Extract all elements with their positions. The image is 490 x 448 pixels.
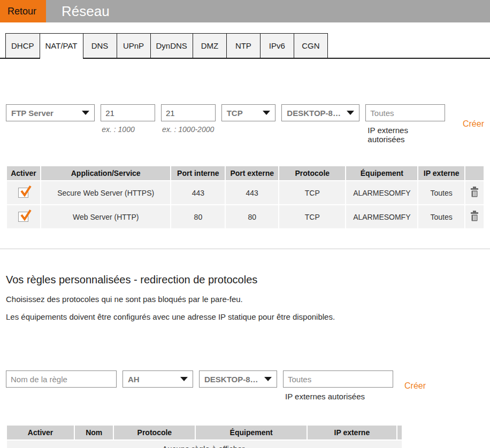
nat-pat-panel: FTP Server ex. : 1000 ex. : 1000-2000 TC… xyxy=(0,104,490,448)
rule-enabled-checkbox[interactable] xyxy=(18,212,28,222)
cell-port-externe: 443 xyxy=(226,181,278,204)
cell-equipement: ALARMESOMFY xyxy=(346,205,417,228)
col-header-activer: Activer xyxy=(7,166,40,180)
tab-cgn[interactable]: CGN xyxy=(294,33,328,58)
cell-ip-externe: Toutes xyxy=(418,181,464,204)
delete-rule-button[interactable] xyxy=(470,211,479,221)
cell-port-interne: 443 xyxy=(171,181,225,204)
custom-protocol-select[interactable]: AH xyxy=(122,370,193,388)
empty-message: Aucune règle à afficher. xyxy=(7,441,402,448)
col-header-equipement: Équipement xyxy=(196,426,306,439)
external-ip-input[interactable] xyxy=(365,104,445,121)
trash-icon xyxy=(470,211,479,221)
chevron-down-icon xyxy=(347,111,354,115)
custom-device-select[interactable]: DESKTOP-89... xyxy=(199,370,277,388)
tab-ntp[interactable]: NTP xyxy=(226,33,261,58)
custom-rule-form: AH DESKTOP-89... IP externes autorisées … xyxy=(6,370,484,401)
custom-rules-table: Activer Nom Protocole Équipement IP exte… xyxy=(6,424,403,448)
tab-dyndns[interactable]: DynDNS xyxy=(150,33,193,58)
page-title: Réseau xyxy=(46,0,490,22)
table-row: Secure Web Server (HTTPS) 443 443 TCP AL… xyxy=(7,181,484,204)
col-header-protocole: Protocole xyxy=(279,166,345,180)
custom-external-ip-hint: IP externes autorisées xyxy=(285,392,393,401)
chevron-down-icon xyxy=(180,377,188,381)
tab-dhcp[interactable]: DHCP xyxy=(5,33,40,58)
section-divider xyxy=(0,249,490,249)
rule-name-input[interactable] xyxy=(6,370,117,388)
cell-port-externe: 80 xyxy=(226,205,278,228)
tabbar: DHCP NAT/PAT DNS UPnP DynDNS DMZ NTP IPv… xyxy=(0,33,490,59)
tab-ipv6[interactable]: IPv6 xyxy=(260,33,294,58)
col-header-ip-externe: IP externe xyxy=(418,166,464,180)
empty-table-row: Aucune règle à afficher. xyxy=(7,441,402,448)
tab-nat-pat[interactable]: NAT/PAT xyxy=(40,33,83,59)
external-port-field: ex. : 1000-2000 xyxy=(161,104,216,134)
external-ip-hint: IP externes autorisées xyxy=(368,126,445,144)
device-select-field: DESKTOP-89... xyxy=(281,104,359,121)
custom-device-select-value: DESKTOP-89... xyxy=(204,375,260,384)
chevron-down-icon xyxy=(263,111,270,115)
cell-ip-externe: Toutes xyxy=(418,205,464,228)
custom-rules-title: Vos règles personnalisées - redirection … xyxy=(6,274,484,286)
col-header-port-interne: Port interne xyxy=(171,166,225,180)
create-port-rule-button[interactable]: Créer xyxy=(463,119,484,129)
cell-equipement: ALARMESOMFY xyxy=(346,181,417,204)
custom-external-ip-input[interactable] xyxy=(283,370,393,388)
check-icon xyxy=(19,208,33,222)
col-header-port-externe: Port externe xyxy=(226,166,278,180)
external-ip-field: IP externes autorisées xyxy=(365,104,445,144)
delete-rule-button[interactable] xyxy=(470,187,479,197)
col-header-actions xyxy=(397,426,402,439)
cell-protocole: TCP xyxy=(279,181,345,204)
col-header-equipement: Équipement xyxy=(346,166,417,180)
protocol-select[interactable]: TCP xyxy=(221,104,276,121)
rule-name-field xyxy=(6,370,117,388)
application-select-field: FTP Server xyxy=(6,104,95,121)
device-select-value: DESKTOP-89... xyxy=(287,109,342,118)
topbar: Retour Réseau xyxy=(0,0,490,22)
internal-port-hint: ex. : 1000 xyxy=(102,125,155,134)
col-header-actions xyxy=(465,166,484,180)
table-row: Web Server (HTTP) 80 80 TCP ALARMESOMFY … xyxy=(7,205,484,228)
protocol-select-value: TCP xyxy=(227,109,243,118)
table-header-row: Activer Application/Service Port interne… xyxy=(7,166,484,180)
check-icon xyxy=(19,184,33,198)
custom-external-ip-field: IP externes autorisées xyxy=(283,370,393,401)
chevron-down-icon xyxy=(82,111,89,115)
cell-application: Secure Web Server (HTTPS) xyxy=(41,181,171,204)
internal-port-input[interactable] xyxy=(101,104,155,121)
custom-protocol-select-field: AH xyxy=(122,370,193,388)
col-header-protocole: Protocole xyxy=(114,426,195,439)
table-header-row: Activer Nom Protocole Équipement IP exte… xyxy=(7,426,402,439)
col-header-nom: Nom xyxy=(75,426,113,439)
application-select[interactable]: FTP Server xyxy=(6,104,95,121)
tab-upnp[interactable]: UPnP xyxy=(117,33,151,58)
col-header-ip-externe: IP externe xyxy=(308,426,396,439)
col-header-activer: Activer xyxy=(7,426,74,439)
port-forwarding-form: FTP Server ex. : 1000 ex. : 1000-2000 TC… xyxy=(6,104,484,144)
cell-port-interne: 80 xyxy=(171,205,225,228)
application-select-value: FTP Server xyxy=(11,109,53,118)
device-select[interactable]: DESKTOP-89... xyxy=(281,104,359,121)
cell-protocole: TCP xyxy=(279,205,345,228)
external-port-input[interactable] xyxy=(161,104,216,121)
create-custom-rule-button[interactable]: Créer xyxy=(404,381,426,391)
chevron-down-icon xyxy=(264,377,272,381)
back-button[interactable]: Retour xyxy=(0,0,46,22)
cell-application: Web Server (HTTP) xyxy=(41,205,171,228)
protocol-select-field: TCP xyxy=(221,104,276,121)
rule-enabled-checkbox[interactable] xyxy=(18,188,28,198)
custom-protocol-select-value: AH xyxy=(128,375,140,384)
col-header-application: Application/Service xyxy=(41,166,171,180)
port-forwarding-table: Activer Application/Service Port interne… xyxy=(6,165,485,229)
trash-icon xyxy=(470,187,479,197)
tab-dns[interactable]: DNS xyxy=(83,33,117,58)
custom-device-select-field: DESKTOP-89... xyxy=(199,370,277,388)
tab-dmz[interactable]: DMZ xyxy=(193,33,227,58)
custom-rules-description-1: Choisissez des protocoles qui ne sont pa… xyxy=(6,295,484,304)
external-port-hint: ex. : 1000-2000 xyxy=(162,125,216,134)
internal-port-field: ex. : 1000 xyxy=(101,104,155,134)
custom-rules-description-2: Les équipements doivent être configurés … xyxy=(6,312,484,321)
